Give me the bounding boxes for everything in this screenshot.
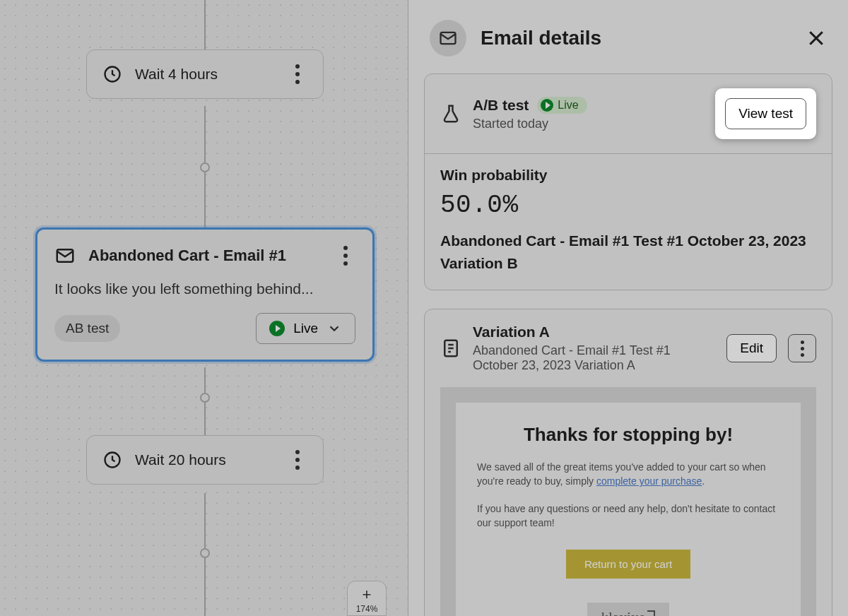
- play-icon: [269, 321, 285, 336]
- email-paragraph-1: We saved all of the great items you've a…: [477, 460, 779, 489]
- abtest-title: A/B test: [473, 97, 529, 114]
- view-test-button[interactable]: View test: [725, 98, 806, 129]
- panel-title: Email details: [481, 27, 791, 49]
- email-node-menu[interactable]: [336, 246, 355, 266]
- wait-node-1[interactable]: Wait 4 hours: [86, 49, 324, 99]
- wait-label: Wait 4 hours: [135, 66, 275, 83]
- close-button[interactable]: [806, 28, 827, 49]
- win-probability-label: Win probability: [440, 167, 816, 184]
- win-probability-desc: Abandoned Cart - Email #1 Test #1 Octobe…: [440, 230, 816, 274]
- variation-title: Variation A: [473, 324, 715, 340]
- mail-icon: [54, 245, 76, 266]
- wait-node-2[interactable]: Wait 20 hours: [86, 435, 324, 485]
- wait-label: Wait 20 hours: [135, 451, 275, 468]
- variation-subtitle: Abandoned Cart - Email #1 Test #1 Octobe…: [473, 343, 685, 373]
- complete-purchase-link[interactable]: complete your purchase: [596, 475, 702, 487]
- connector-dot: [200, 548, 210, 558]
- play-icon: [541, 99, 553, 112]
- zoom-in-button[interactable]: +: [348, 586, 386, 604]
- clock-icon: [102, 64, 122, 84]
- chevron-down-icon: [326, 321, 342, 336]
- brand-mark-icon: [647, 610, 655, 616]
- email-title: Abandoned Cart - Email #1: [88, 247, 323, 265]
- live-badge-text: Live: [558, 99, 578, 112]
- email-heading: Thanks for stopping by!: [477, 424, 779, 446]
- wait-node-1-menu[interactable]: [288, 64, 307, 84]
- connector-dot: [200, 393, 210, 403]
- status-dropdown[interactable]: Live: [256, 313, 355, 344]
- connector-line: [204, 0, 206, 51]
- win-probability-value: 50.0%: [440, 191, 816, 220]
- abtest-tag: AB test: [54, 315, 120, 342]
- mail-icon-circle: [430, 20, 466, 57]
- connector-dot: [200, 162, 210, 172]
- abtest-subtitle: Started today: [473, 117, 704, 131]
- abtest-card: A/B test Live Started today View test Wi…: [424, 73, 832, 290]
- variation-menu[interactable]: [788, 334, 816, 362]
- flask-icon: [440, 103, 461, 124]
- live-badge: Live: [537, 97, 587, 114]
- status-label: Live: [293, 321, 318, 336]
- wait-node-2-menu[interactable]: [288, 450, 307, 470]
- email-preview-text: It looks like you left something behind.…: [54, 280, 355, 297]
- brand-name: klaviyo: [601, 610, 647, 616]
- view-test-highlight: View test: [715, 88, 816, 139]
- zoom-level: 174%: [348, 604, 386, 615]
- return-cart-button[interactable]: Return to your cart: [566, 550, 690, 579]
- edit-button[interactable]: Edit: [726, 334, 777, 362]
- document-icon: [440, 338, 461, 359]
- email-preview-frame: Thanks for stopping by! We saved all of …: [440, 387, 816, 616]
- flow-canvas[interactable]: Wait 4 hours Abandoned Cart - Email #1 I…: [0, 0, 408, 616]
- email-paragraph-2: If you have any questions or need any he…: [477, 502, 779, 531]
- zoom-control[interactable]: + 174%: [347, 581, 387, 616]
- details-panel: Email details A/B test Live Started toda…: [408, 0, 848, 616]
- variation-card: Variation A Abandoned Cart - Email #1 Te…: [424, 309, 832, 616]
- brand-footer: klaviyo: [587, 603, 670, 616]
- email-node[interactable]: Abandoned Cart - Email #1 It looks like …: [35, 227, 375, 362]
- clock-icon: [102, 450, 122, 470]
